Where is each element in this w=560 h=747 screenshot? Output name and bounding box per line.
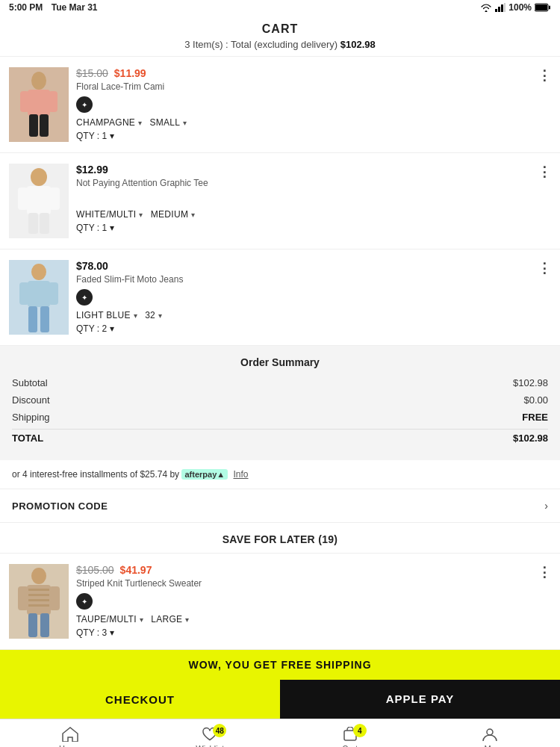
battery-text: 100% [508,2,532,13]
cart-badge: 4 [353,724,367,737]
status-bar: 5:00 PM Tue Mar 31 100% [0,0,560,15]
save-later-size-chevron: ▾ [185,616,189,624]
battery-icon [535,3,551,12]
item-1-selectors[interactable]: CHAMPAGNE ▾ Small ▾ [76,117,544,128]
item-1-name: Floral Lace-Trim Cami [76,81,544,92]
nav-home[interactable]: Home [0,719,140,747]
svg-rect-5 [535,4,547,10]
item-3-prices: $78.00 [76,260,544,272]
checkout-button[interactable]: CHECKOUT [0,680,280,719]
qty-chevron-3: ▾ [110,323,114,334]
item-3-size-selector[interactable]: 32 ▾ [145,310,162,320]
item-1-qty[interactable]: QTY : 1 ▾ [76,131,544,141]
svg-point-29 [31,568,46,584]
subtotal-label: Subtotal [12,377,48,388]
svg-rect-0 [495,9,497,12]
svg-rect-38 [40,613,49,637]
svg-rect-13 [40,114,49,137]
item-2-more-button[interactable]: ⋮ [538,164,551,180]
save-later-item-details: $105.00 $41.97 Striped Knit Turtleneck S… [69,564,551,638]
svg-rect-9 [28,90,50,116]
size-chevron: ▾ [183,119,187,127]
svg-point-8 [31,72,46,90]
time: 5:00 PM [9,2,43,13]
wishlist-badge: 48 [213,724,226,737]
nav-wishlist-label: Wishlist [196,744,224,748]
total-label: TOTAL [12,433,43,444]
size-chevron-2: ▾ [191,211,195,219]
svg-point-15 [31,168,47,186]
status-time-date: 5:00 PM Tue Mar 31 [9,2,98,13]
save-later-size-selector[interactable]: Large ▾ [151,614,190,624]
item-1-more-button[interactable]: ⋮ [538,67,551,84]
item-1-badge: ✦ [76,96,93,113]
product-image-2 [9,164,69,238]
item-3-selectors[interactable]: LIGHT BLUE ▾ 32 ▾ [76,310,544,320]
item-3-qty[interactable]: QTY : 2 ▾ [76,323,544,334]
free-shipping-text: WOW, YOU GET FREE SHIPPING [188,659,371,671]
save-later-item-1: $105.00 $41.97 Striped Knit Turtleneck S… [0,554,560,650]
svg-rect-33 [27,599,51,601]
item-2-name: Not Paying Attention Graphic Tee [76,178,544,188]
save-for-later-title: SAVE FOR LATER (19) [0,523,560,554]
save-later-more-button[interactable]: ⋮ [538,564,551,580]
promotion-code-label: PROMOTION CODE [12,500,108,512]
item-1-color-selector[interactable]: CHAMPAGNE ▾ [76,117,142,128]
save-later-item-name: Striped Knit Turtleneck Sweater [76,578,544,589]
save-later-item-qty[interactable]: QTY : 3 ▾ [76,627,544,638]
product-image-1 [9,67,69,142]
svg-point-22 [31,264,46,280]
color-chevron: ▾ [138,119,142,127]
item-3-more-button[interactable]: ⋮ [538,260,551,276]
cart-title: CART [0,22,560,36]
item-3-color-selector[interactable]: LIGHT BLUE ▾ [76,310,137,320]
discount-value: $0.00 [523,394,548,406]
cart-subtitle-text: 3 Item(s) : Total (excluding delivery) [184,39,337,50]
cart-total-display: $102.98 [340,39,376,50]
subtotal-value: $102.98 [513,377,548,388]
item-2-size-selector[interactable]: Medium ▾ [151,209,196,220]
svg-point-40 [487,729,493,735]
save-later-item-badge: ✦ [76,593,93,610]
nav-me[interactable]: Me [420,719,561,747]
nav-wishlist[interactable]: 48 Wishlist [140,719,281,747]
save-later-item-selectors[interactable]: TAUPE/MULTI ▾ Large ▾ [76,614,544,624]
discount-label: Discount [12,394,50,406]
summary-discount-row: Discount $0.00 [12,394,548,406]
svg-rect-36 [49,586,60,610]
promotion-code-row[interactable]: PROMOTION CODE › [0,489,560,523]
item-3-name: Faded Slim-Fit Moto Jeans [76,274,544,285]
save-later-color-selector[interactable]: TAUPE/MULTI ▾ [76,614,143,624]
size-chevron-3: ▾ [158,311,162,320]
summary-shipping-row: Shipping FREE [12,412,548,423]
afterpay-info-link[interactable]: Info [234,469,249,480]
afterpay-logo: afterpay▲ [181,469,228,480]
afterpay-text: or 4 interest-free installments of $25.7… [12,469,179,480]
item-1-original-price: $15.00 [76,67,108,79]
signal-icon [495,3,505,12]
qty-chevron: ▾ [110,131,114,141]
svg-rect-32 [27,594,51,596]
item-2-color-selector[interactable]: WHITE/MULTI ▾ [76,209,143,220]
svg-rect-11 [49,91,57,112]
save-later-original-price: $105.00 [76,564,114,576]
item-2-selectors[interactable]: WHITE/MULTI ▾ Medium ▾ [76,209,544,220]
date: Tue Mar 31 [52,2,98,13]
svg-rect-20 [40,213,49,234]
item-1-size-selector[interactable]: Small ▾ [149,117,187,128]
person-icon [482,727,498,742]
svg-rect-2 [501,4,503,12]
item-2-qty[interactable]: QTY : 1 ▾ [76,223,544,233]
svg-rect-19 [28,213,38,234]
product-image-3 [9,260,69,335]
svg-rect-23 [28,281,50,307]
svg-rect-1 [498,7,500,12]
promotion-chevron: › [544,500,548,512]
save-later-qty-chevron: ▾ [110,627,114,638]
nav-cart[interactable]: 4 Cart [280,719,420,747]
apple-pay-button[interactable]: APPLE PAY [280,680,560,719]
order-summary: Order Summary Subtotal $102.98 Discount … [0,346,560,460]
svg-rect-6 [549,6,550,10]
bottom-navigation: Home 48 Wishlist 4 Cart Me [0,719,560,747]
cart-item-1: $15.00 $11.99 Floral Lace-Trim Cami ✦ CH… [0,57,560,153]
